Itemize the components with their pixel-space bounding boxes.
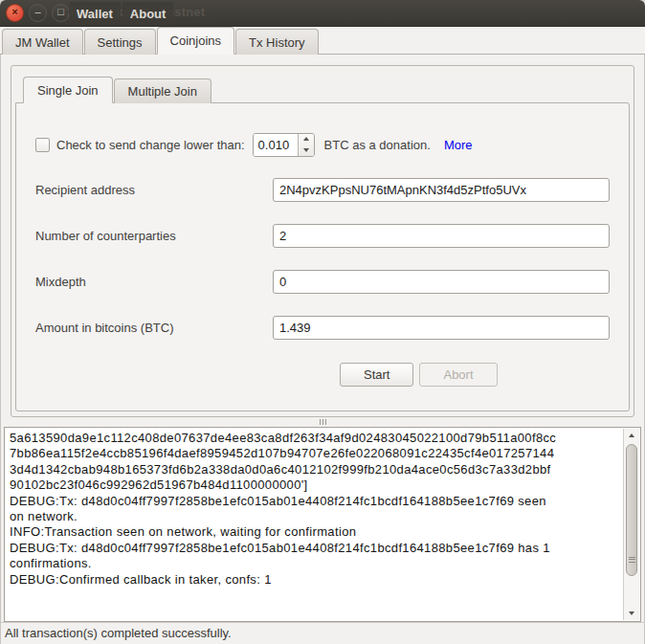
scroll-down-icon[interactable] xyxy=(624,607,639,620)
titlebar: × – □ JoinMarketQt - Testnet Wallet Abou… xyxy=(0,0,645,27)
tab-coinjoins[interactable]: Coinjoins xyxy=(157,27,234,55)
spin-up-button[interactable] xyxy=(299,134,314,145)
donation-suffix-label: BTC as a donation. xyxy=(324,138,431,152)
donation-amount-input[interactable] xyxy=(254,134,298,156)
close-button[interactable]: × xyxy=(6,4,24,22)
main-tabbar: JM Wallet Settings Coinjoins Tx History xyxy=(0,27,645,55)
log-line: 5a613590da9e1c112c408de07637de4ee83ca8df… xyxy=(10,431,617,446)
arrow-up-icon xyxy=(303,137,309,141)
amount-input[interactable] xyxy=(273,316,610,340)
status-bar: All transaction(s) completed successfull… xyxy=(1,622,644,643)
start-button[interactable]: Start xyxy=(340,363,413,387)
scrollbar-grip-icon xyxy=(629,555,635,564)
mixdepth-row: Mixdepth xyxy=(35,269,610,294)
join-tabbar: Single Join Multiple Join xyxy=(15,77,630,103)
abort-button[interactable]: Abort xyxy=(419,363,497,387)
recipient-address-input[interactable] xyxy=(273,178,610,202)
log-line: on network. xyxy=(10,509,617,524)
log-scrollbar[interactable] xyxy=(623,429,639,620)
splitter-grip-icon xyxy=(319,419,327,425)
minimize-icon: – xyxy=(34,7,40,17)
menubar: Wallet About xyxy=(69,0,173,27)
tab-settings[interactable]: Settings xyxy=(84,29,156,55)
spin-down-button[interactable] xyxy=(299,144,314,156)
tab-jm-wallet[interactable]: JM Wallet xyxy=(2,29,83,55)
donation-row: Check to send change lower than: BTC as … xyxy=(35,132,610,157)
maximize-icon: □ xyxy=(57,7,64,17)
scroll-up-icon[interactable] xyxy=(624,429,639,442)
counterparties-row: Number of counterparties xyxy=(35,223,610,248)
spin-buttons xyxy=(298,134,314,156)
scrollbar-track[interactable] xyxy=(624,442,639,607)
menu-about[interactable]: About xyxy=(122,2,174,26)
action-buttons: Start Abort xyxy=(340,363,610,387)
coinjoins-page: Single Join Multiple Join Check to send … xyxy=(0,55,645,644)
splitter-handle[interactable] xyxy=(1,417,644,427)
recipient-label: Recipient address xyxy=(35,183,273,197)
amount-row: Amount in bitcoins (BTC) xyxy=(35,315,610,340)
mixdepth-label: Mixdepth xyxy=(35,275,273,289)
menu-wallet[interactable]: Wallet xyxy=(69,2,121,26)
log-line: DEBUG:Confirmed callback in taker, confs… xyxy=(10,572,617,588)
arrow-down-icon xyxy=(303,148,309,152)
single-join-pane: Check to send change lower than: BTC as … xyxy=(15,102,630,411)
donation-checkbox[interactable] xyxy=(35,138,50,152)
log-line: 3d4d1342cbab948b165373fd6b2a338da0d0a6c4… xyxy=(10,462,617,477)
log-line: confirmations. xyxy=(10,556,617,571)
recipient-row: Recipient address xyxy=(35,177,610,202)
tab-multiple-join[interactable]: Multiple Join xyxy=(114,78,211,103)
log-output[interactable]: 5a613590da9e1c112c408de07637de4ee83ca8df… xyxy=(4,427,641,622)
counterparties-input[interactable] xyxy=(273,224,610,248)
amount-label: Amount in bitcoins (BTC) xyxy=(35,321,273,335)
log-line: INFO:Transaction seen on network, waitin… xyxy=(10,524,617,540)
minimize-button[interactable]: – xyxy=(29,4,47,22)
donation-checkbox-label: Check to send change lower than: xyxy=(56,138,245,152)
tab-tx-history[interactable]: Tx History xyxy=(235,29,319,55)
log-line: DEBUG:Tx: d48d0c04ff7997f2858be1efc015ab… xyxy=(10,541,617,556)
scrollbar-thumb[interactable] xyxy=(626,444,637,576)
more-link[interactable]: More xyxy=(444,138,473,152)
tab-single-join[interactable]: Single Join xyxy=(23,77,113,103)
app-window: × – □ JoinMarketQt - Testnet Wallet Abou… xyxy=(0,0,645,644)
coinjoin-frame: Single Join Multiple Join Check to send … xyxy=(11,65,634,417)
log-line: 90102bc23f046c992962d51967b484d110000000… xyxy=(10,477,617,493)
donation-amount-spinbox xyxy=(253,133,315,157)
status-message: All transaction(s) completed successfull… xyxy=(5,626,232,640)
mixdepth-input[interactable] xyxy=(273,270,610,294)
counterparties-label: Number of counterparties xyxy=(35,229,273,243)
log-line: 7bb86ea115f2e4ccb85196f4daef8959452d107b… xyxy=(10,446,617,461)
close-icon: × xyxy=(11,7,17,17)
log-line: DEBUG:Tx: d48d0c04ff7997f2858be1efc015ab… xyxy=(10,494,617,509)
